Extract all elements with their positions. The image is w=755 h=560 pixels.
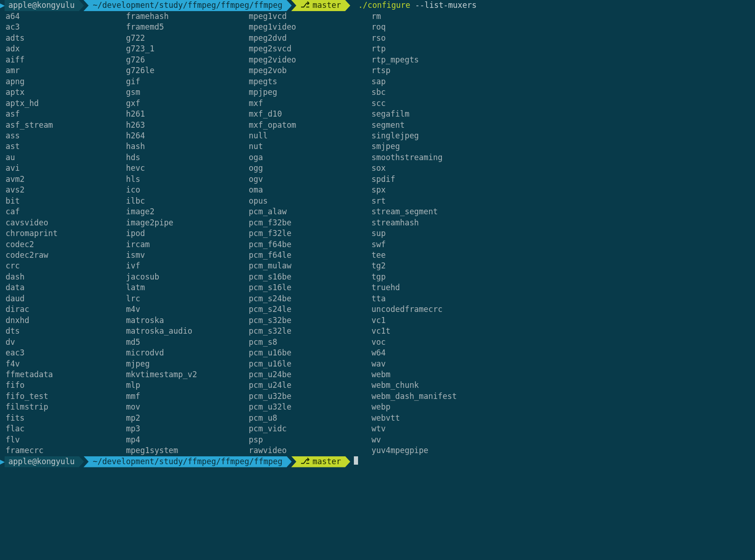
muxer-name: wav bbox=[371, 359, 588, 369]
muxer-name: pcm_f64be bbox=[249, 239, 371, 250]
muxer-name: sup bbox=[371, 228, 588, 239]
prompt-branch-segment: ⎇ master bbox=[291, 0, 350, 11]
muxer-name: amr bbox=[6, 65, 126, 76]
muxer-name: swf bbox=[371, 239, 588, 250]
muxer-name: hevc bbox=[126, 163, 249, 174]
muxer-name: ffmetadata bbox=[6, 369, 126, 380]
prompt-line-2[interactable]: ▶ apple@kongyulu ~/development/study/ffm… bbox=[0, 456, 588, 467]
muxer-name: microdvd bbox=[126, 348, 249, 358]
git-branch-icon: ⎇ bbox=[301, 456, 310, 467]
muxer-name: ivf bbox=[126, 261, 249, 271]
muxer-name: webvtt bbox=[371, 413, 588, 423]
muxer-name: cavsvideo bbox=[6, 218, 126, 228]
prompt-branch: master bbox=[313, 456, 341, 467]
muxer-name: mpjpeg bbox=[249, 87, 371, 98]
muxer-name: wv bbox=[371, 435, 588, 445]
muxer-name: sap bbox=[371, 76, 588, 87]
muxer-name: mpegts bbox=[249, 76, 371, 87]
muxer-name: ass bbox=[6, 131, 126, 141]
muxer-name: lrc bbox=[126, 293, 249, 304]
muxer-name: mpeg2svcd bbox=[249, 44, 371, 54]
muxer-name: mpeg2video bbox=[249, 55, 371, 65]
prompt-line-1: ▶ apple@kongyulu ~/development/study/ffm… bbox=[0, 0, 588, 11]
muxer-name: pcm_vidc bbox=[249, 423, 371, 434]
muxer-name: adx bbox=[6, 44, 126, 54]
muxer-name: dash bbox=[6, 272, 126, 282]
muxer-name: ismv bbox=[126, 250, 249, 261]
muxer-name: gif bbox=[126, 76, 249, 87]
muxer-name: pcm_u24le bbox=[249, 380, 371, 391]
muxer-name: w64 bbox=[371, 348, 588, 358]
muxer-name: ipod bbox=[126, 228, 249, 239]
muxer-name: mpeg1system bbox=[126, 445, 249, 456]
muxer-name: gsm bbox=[126, 87, 249, 98]
muxer-name: m4v bbox=[126, 304, 249, 315]
prompt-user: apple@kongyulu bbox=[8, 456, 75, 467]
muxer-name: wtv bbox=[371, 423, 588, 434]
muxer-name: mjpeg bbox=[126, 359, 249, 369]
muxer-name: g726 bbox=[126, 55, 249, 65]
muxer-name: filmstrip bbox=[6, 402, 126, 412]
muxer-name: pcm_s24be bbox=[249, 293, 371, 304]
muxer-name: pcm_u16be bbox=[249, 348, 371, 358]
git-branch-icon: ⎇ bbox=[301, 0, 310, 11]
muxer-name: rawvideo bbox=[249, 445, 371, 456]
muxer-name: rtp_mpegts bbox=[371, 55, 588, 65]
terminal[interactable]: ▶ apple@kongyulu ~/development/study/ffm… bbox=[0, 0, 588, 467]
muxer-name: mmf bbox=[126, 391, 249, 402]
muxer-name: dirac bbox=[6, 304, 126, 315]
muxer-name: tg2 bbox=[371, 261, 588, 271]
muxer-name: ast bbox=[6, 141, 126, 152]
muxer-name: md5 bbox=[126, 337, 249, 348]
prompt-branch: master bbox=[313, 0, 341, 11]
muxer-name: sbc bbox=[371, 87, 588, 98]
muxer-name: caf bbox=[6, 206, 126, 217]
muxer-name: pcm_f64le bbox=[249, 250, 371, 261]
muxer-name: matroska bbox=[126, 315, 249, 326]
muxer-name: streamhash bbox=[371, 218, 588, 228]
muxer-name: mxf_d10 bbox=[249, 109, 371, 119]
muxer-name: rm bbox=[371, 11, 588, 22]
muxer-name: pcm_f32be bbox=[249, 218, 371, 228]
muxer-name: asf_stream bbox=[6, 120, 126, 131]
muxer-name: opus bbox=[249, 196, 371, 206]
muxer-name: f4v bbox=[6, 359, 126, 369]
muxer-name: crc bbox=[6, 261, 126, 271]
muxer-name: webm_dash_manifest bbox=[371, 391, 588, 402]
prompt-path-segment: ~/development/study/ffmpeg/ffmpeg/ffmpeg bbox=[83, 0, 291, 11]
muxer-name: mp4 bbox=[126, 435, 249, 445]
muxer-name: scc bbox=[371, 98, 588, 109]
muxer-name: a64 bbox=[6, 11, 126, 22]
muxer-name: srt bbox=[371, 196, 588, 206]
muxer-name: ircam bbox=[126, 239, 249, 250]
muxer-name: pcm_u24be bbox=[249, 369, 371, 380]
muxer-name: eac3 bbox=[6, 348, 126, 358]
prompt-user: apple@kongyulu bbox=[8, 0, 75, 11]
muxer-name: fifo bbox=[6, 380, 126, 391]
muxer-name: g726le bbox=[126, 65, 249, 76]
muxer-name: dnxhd bbox=[6, 315, 126, 326]
muxer-name: pcm_s8 bbox=[249, 337, 371, 348]
muxer-name: matroska_audio bbox=[126, 326, 249, 336]
muxer-name: apng bbox=[6, 76, 126, 87]
prompt-command: ./configure --list-muxers bbox=[350, 0, 481, 11]
muxer-name: pcm_f32le bbox=[249, 228, 371, 239]
muxer-name: h263 bbox=[126, 120, 249, 131]
muxer-name: avs2 bbox=[6, 185, 126, 195]
prompt-path: ~/development/study/ffmpeg/ffmpeg/ffmpeg bbox=[93, 0, 282, 11]
muxer-name: mxf_opatom bbox=[249, 120, 371, 131]
muxer-name: sox bbox=[371, 163, 588, 174]
cursor bbox=[354, 456, 358, 465]
prompt-path-segment: ~/development/study/ffmpeg/ffmpeg/ffmpeg bbox=[83, 456, 291, 467]
muxer-name: pcm_s32le bbox=[249, 326, 371, 336]
muxer-name: spdif bbox=[371, 174, 588, 185]
muxer-name: segment bbox=[371, 120, 588, 131]
muxer-name: h261 bbox=[126, 109, 249, 119]
muxer-name: gxf bbox=[126, 98, 249, 109]
muxer-name: codec2 bbox=[6, 239, 126, 250]
muxer-name: chromaprint bbox=[6, 228, 126, 239]
muxer-name: truehd bbox=[371, 282, 588, 293]
muxer-name: yuv4mpegpipe bbox=[371, 445, 588, 456]
muxer-name: jacosub bbox=[126, 272, 249, 282]
muxer-name: nut bbox=[249, 141, 371, 152]
